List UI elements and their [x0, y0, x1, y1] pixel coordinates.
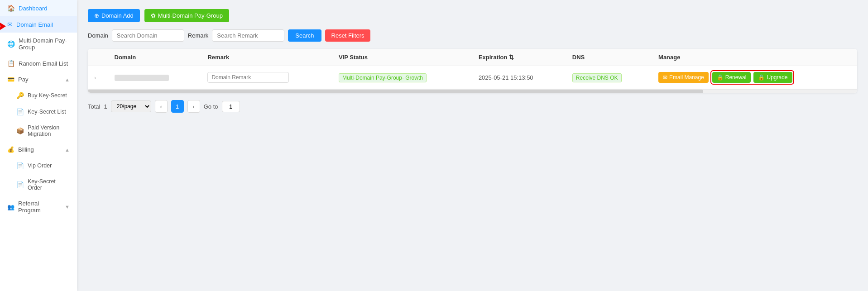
sidebar-group-billing[interactable]: 💰 Billing ▲ [0, 142, 77, 157]
sidebar-item-dashboard[interactable]: 🏠 Dashboard [0, 0, 77, 16]
domain-search-input[interactable] [112, 29, 184, 42]
row-domain [108, 66, 201, 89]
email-icon: ✉ [7, 21, 13, 28]
domain-value-blurred [115, 75, 169, 81]
main-content: ⊕ Domain Add ✿ Multi-Domain Pay-Group Do… [77, 0, 868, 291]
scrollbar-track[interactable] [88, 89, 857, 93]
reset-filters-button[interactable]: Reset Filters [325, 29, 371, 42]
next-page-button[interactable]: › [187, 100, 200, 113]
col-dns: DNS [566, 49, 652, 66]
box-icon: 📦 [16, 127, 24, 134]
col-expiration: Expiration ⇅ [472, 49, 566, 66]
pay-submenu: 🔑 Buy Key-Secret 📄 Key-Secret List 📦 Pai… [0, 87, 77, 142]
chevron-up-icon: ▲ [65, 77, 70, 82]
sidebar-item-multi-domain[interactable]: 🌐 Multi-Domain Pay-Group [0, 33, 77, 55]
sidebar-item-label: Key-Secret Order [28, 178, 70, 191]
renewal-button[interactable]: 🔒 Renewal [712, 72, 751, 83]
row-actions: ✉ Email Manage 🔒 Renewal 🔒 Up [652, 66, 857, 89]
table-header-row: Domain Remark VIP Status Expiration ⇅ DN… [88, 49, 857, 66]
svg-marker-0 [0, 22, 6, 31]
dashboard-icon: 🏠 [7, 5, 15, 12]
pagination: Total 1 20/page 10/page 50/page 100/page… [88, 100, 857, 113]
sidebar-item-key-order[interactable]: 📄 Key-Secret Order [7, 174, 77, 196]
globe-icon: 🌐 [7, 40, 15, 48]
filter-bar: Domain Remark Search Reset Filters [88, 29, 857, 42]
order2-icon: 📄 [16, 181, 24, 188]
billing-submenu: 📄 Vip Order 📄 Key-Secret Order [0, 157, 77, 196]
sidebar-item-vip-order[interactable]: 📄 Vip Order [7, 157, 77, 174]
list-icon: 📋 [7, 60, 15, 67]
sidebar-group-label: Pay [18, 76, 28, 83]
email-icon: ✉ [663, 74, 667, 81]
row-expiration: 2025-05-21 15:13:50 [472, 66, 566, 89]
leaf-icon: ✿ [151, 12, 156, 19]
total-label: Total [88, 103, 100, 110]
domain-filter-label: Domain [88, 32, 108, 39]
col-domain: Domain [108, 49, 201, 66]
search-button[interactable]: Search [288, 29, 321, 42]
renewal-upgrade-highlight: 🔒 Renewal 🔒 Upgrade [711, 71, 793, 84]
total-count: 1 [104, 103, 107, 110]
row-remark [201, 66, 332, 89]
sidebar-item-label: Vip Order [28, 162, 52, 169]
sidebar-group-pay[interactable]: 💳 Pay ▲ [0, 72, 77, 87]
remark-search-input[interactable] [212, 29, 284, 42]
billing-icon: 💰 [7, 146, 14, 153]
lock2-icon: 🔒 [758, 74, 765, 81]
col-vip-status: VIP Status [332, 49, 472, 66]
sidebar-item-label: Domain Email [16, 21, 53, 28]
action-group: ✉ Email Manage 🔒 Renewal 🔒 Up [658, 71, 851, 84]
goto-label: Go to [204, 103, 218, 110]
email-manage-button[interactable]: ✉ Email Manage [658, 72, 709, 83]
vip-status-tag: Multi-Domain Pay-Group- Growth [339, 73, 427, 82]
expiration-value: 2025-05-21 15:13:50 [479, 74, 533, 81]
upgrade-button[interactable]: 🔒 Upgrade [753, 72, 792, 83]
sidebar-item-domain-email[interactable]: ✉ Domain Email [0, 16, 77, 33]
expand-icon[interactable]: › [94, 75, 96, 81]
sidebar-item-label: Paid Version Migration [28, 124, 70, 137]
remark-input-field[interactable] [207, 72, 289, 83]
col-manage: Manage [652, 49, 857, 66]
sidebar-item-key-list[interactable]: 📄 Key-Secret List [7, 104, 77, 120]
order-icon: 📄 [16, 162, 24, 169]
page-size-select[interactable]: 20/page 10/page 50/page 100/page [111, 100, 151, 112]
email-manage-label: Email Manage [669, 74, 704, 81]
sidebar-item-label: Buy Key-Secret [28, 92, 67, 99]
toolbar: ⊕ Domain Add ✿ Multi-Domain Pay-Group [88, 9, 857, 22]
row-dns: Receive DNS OK [566, 66, 652, 89]
sidebar-item-label: Multi-Domain Pay-Group [19, 37, 70, 51]
row-vip-status: Multi-Domain Pay-Group- Growth [332, 66, 472, 89]
sidebar-group-referral[interactable]: 👥 Referral Program ▼ [0, 196, 77, 218]
plus-icon: ⊕ [94, 12, 99, 19]
multi-domain-pay-group-button[interactable]: ✿ Multi-Domain Pay-Group [144, 9, 229, 22]
chevron-down-icon: ▼ [65, 204, 70, 210]
sidebar: 🏠 Dashboard ✉ Domain Email 🌐 Multi-Domai… [0, 0, 77, 291]
multi-domain-label: Multi-Domain Pay-Group [158, 12, 223, 19]
domain-add-button[interactable]: ⊕ Domain Add [88, 9, 140, 22]
sidebar-item-label: Random Email List [19, 60, 68, 67]
dns-status-tag: Receive DNS OK [572, 73, 622, 82]
prev-page-button[interactable]: ‹ [155, 100, 168, 113]
key-icon: 🔑 [16, 92, 24, 99]
sidebar-item-random-email[interactable]: 📋 Random Email List [0, 55, 77, 72]
remark-filter-label: Remark [188, 32, 209, 39]
page-1-button[interactable]: 1 [171, 100, 184, 113]
sidebar-item-label: Key-Secret List [28, 109, 66, 115]
col-remark: Remark [201, 49, 332, 66]
upgrade-label: Upgrade [767, 74, 787, 81]
col-expander [88, 49, 108, 66]
sidebar-item-buy-key[interactable]: 🔑 Buy Key-Secret [7, 87, 77, 104]
goto-page-input[interactable] [222, 101, 240, 112]
lock-icon: 🔒 [717, 74, 724, 81]
scrollbar-thumb [88, 90, 703, 93]
renewal-label: Renewal [725, 74, 747, 81]
doc-icon: 📄 [16, 108, 24, 115]
referral-icon: 👥 [7, 204, 14, 210]
domain-table: Domain Remark VIP Status Expiration ⇅ DN… [88, 49, 857, 89]
data-table-wrapper: Domain Remark VIP Status Expiration ⇅ DN… [88, 49, 857, 93]
domain-add-label: Domain Add [101, 12, 134, 19]
row-expander[interactable]: › [88, 66, 108, 89]
pay-icon: 💳 [7, 76, 14, 83]
sidebar-item-paid-migration[interactable]: 📦 Paid Version Migration [7, 120, 77, 142]
sidebar-group-label: Referral Program [18, 200, 61, 214]
